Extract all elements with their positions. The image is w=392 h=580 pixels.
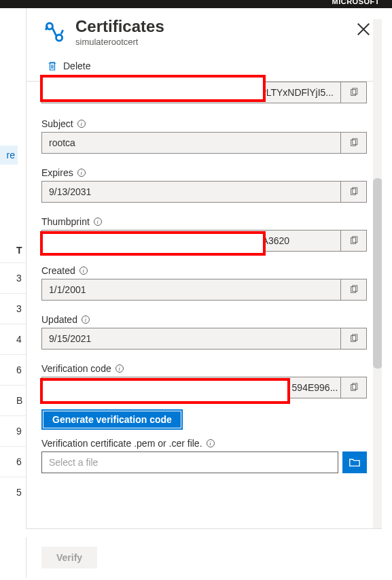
thumbprint-field: XXXXXXXXXXXXXXXXXXXXXXXXXXXXXXXXXXXXXXXX… xyxy=(41,230,341,252)
table-row: 3 xyxy=(0,262,26,293)
blade-subtitle: simulaterootcert xyxy=(75,37,164,47)
expires-label: Expires xyxy=(41,167,73,178)
created-value: 1/1/2001 xyxy=(49,284,86,295)
blade-title: Certificates xyxy=(75,18,164,35)
copy-icon xyxy=(349,334,359,343)
file-placeholder: Select a file xyxy=(49,457,98,468)
verification-value-suffix: 594E996... xyxy=(292,382,338,393)
thumbprint-value-suffix: A3620 xyxy=(262,235,289,246)
info-icon[interactable]: i xyxy=(82,315,90,324)
copy-icon xyxy=(349,236,359,245)
copy-button[interactable] xyxy=(341,279,367,301)
table-row: 6 xyxy=(0,354,26,385)
subject-value: rootca xyxy=(49,137,75,148)
browse-button[interactable] xyxy=(342,451,367,473)
folder-icon xyxy=(349,456,361,468)
copy-button[interactable] xyxy=(341,328,367,349)
table-row: 5 xyxy=(0,477,26,507)
upload-label: Verification certificate .pem or .cer fi… xyxy=(41,438,202,449)
created-label: Created xyxy=(41,265,75,276)
table-row: 3 xyxy=(0,293,26,324)
table-row: 6 xyxy=(0,446,26,477)
org-label: MICROSOFT xyxy=(332,0,380,5)
copy-button[interactable] xyxy=(341,132,367,154)
delete-label: Delete xyxy=(63,61,90,71)
expires-field: 9/13/2031 xyxy=(41,181,341,203)
table-row: 9 xyxy=(0,415,26,446)
subject-field: rootca xyxy=(41,132,341,154)
copy-icon xyxy=(349,383,359,392)
table-header: T xyxy=(0,238,26,262)
thumbprint-label: Thumbprint xyxy=(41,216,90,227)
updated-field: 9/15/2021 xyxy=(41,328,341,349)
info-icon[interactable]: i xyxy=(207,439,215,447)
table-row: B xyxy=(0,385,26,415)
updated-value: 9/15/2021 xyxy=(49,333,91,344)
updated-label: Updated xyxy=(41,314,77,325)
info-icon[interactable]: i xyxy=(94,218,102,226)
verification-label: Verification code xyxy=(41,363,111,374)
copy-button[interactable] xyxy=(341,181,367,203)
info-icon[interactable]: i xyxy=(115,364,124,373)
close-icon[interactable] xyxy=(356,22,371,37)
copy-icon xyxy=(349,187,359,197)
info-icon[interactable]: i xyxy=(79,267,88,275)
certificates-blade: Certificates simulaterootcert Delete vLT… xyxy=(26,8,382,529)
created-field: 1/1/2001 xyxy=(41,279,341,301)
subject-label: Subject xyxy=(41,118,73,129)
file-input[interactable]: Select a file xyxy=(41,451,338,473)
id-field: vLTYxNDFlYjI5... xyxy=(41,82,341,103)
verify-button[interactable]: Verify xyxy=(41,547,97,568)
copy-button[interactable] xyxy=(341,377,367,398)
copy-icon xyxy=(349,285,359,294)
info-icon[interactable]: i xyxy=(77,169,86,177)
copy-icon xyxy=(349,138,359,148)
id-value-suffix: vLTYxNDFlYjI5... xyxy=(262,87,334,98)
background-table-fragment: T 3 3 4 6 B 9 6 5 xyxy=(0,238,26,507)
svg-point-1 xyxy=(56,35,63,41)
copy-icon xyxy=(349,88,359,97)
delete-button[interactable]: Delete xyxy=(43,58,94,74)
certificates-icon xyxy=(43,20,66,44)
generate-verification-button[interactable]: Generate verification code xyxy=(41,409,183,430)
trash-icon xyxy=(47,61,58,71)
info-icon[interactable]: i xyxy=(77,120,86,128)
table-row: 4 xyxy=(0,324,26,354)
left-overview-link[interactable]: re xyxy=(0,146,18,165)
copy-button[interactable] xyxy=(341,82,367,103)
blade-footer: Verify xyxy=(26,537,382,578)
topbar: MICROSOFT xyxy=(0,0,392,8)
verification-field: XXXXXXXXXXXXXXXXXXXXXXXXXXXXXXXXXXXXXXXX… xyxy=(41,377,341,398)
expires-value: 9/13/2031 xyxy=(49,186,91,197)
copy-button[interactable] xyxy=(341,230,367,252)
